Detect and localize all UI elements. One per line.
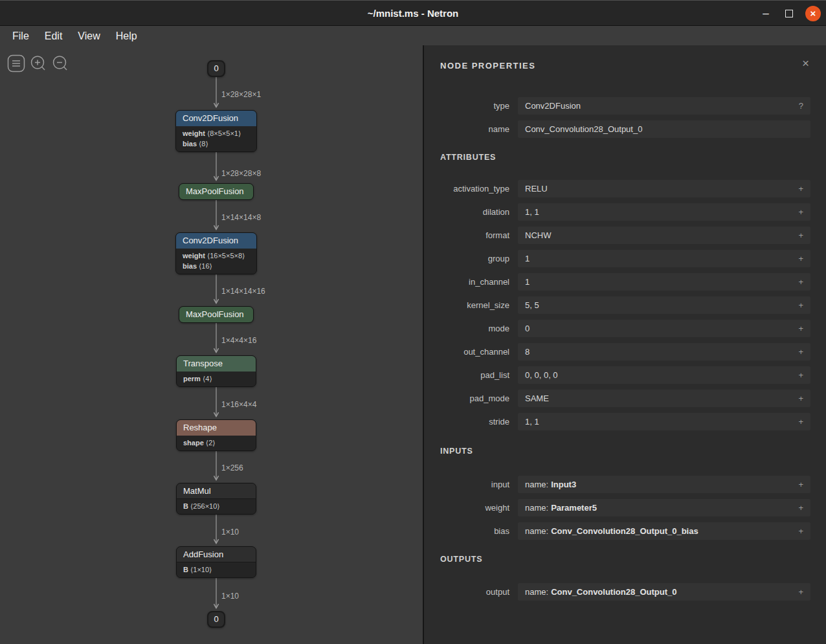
expand-plus-icon[interactable]: + [793,370,803,380]
attribute-row: stride 1, 1 + [424,413,810,430]
attribute-value-field[interactable]: SAME + [518,390,810,407]
expand-plus-icon[interactable]: + [793,503,803,513]
zoom-out-button[interactable] [51,54,69,72]
property-label: type [424,101,518,111]
expand-plus-icon[interactable]: + [793,230,803,240]
input-label: bias [424,526,518,536]
expand-plus-icon[interactable]: + [793,207,803,217]
graph-node-reshape[interactable]: Reshape shape ⟨2⟩ [176,419,256,451]
graph-canvas[interactable]: 0 Conv2DFusion weight ⟨8×5×5×1⟩ bias ⟨8⟩… [0,45,423,644]
graph-node-transpose[interactable]: Transpose perm ⟨4⟩ [176,355,256,387]
attribute-row: pad_mode SAME + [424,390,810,407]
node-body: weight ⟨8×5×5×1⟩ bias ⟨8⟩ [176,126,256,151]
graph-node-conv2dfusion-2[interactable]: Conv2DFusion weight ⟨16×5×5×8⟩ bias ⟨16⟩ [175,232,257,274]
attribute-label: kernel_size [424,300,518,310]
expand-plus-icon[interactable]: + [793,347,803,357]
field-value: Conv_Convolution28_Output_0_bias [551,526,698,536]
graph-node-maxpoolfusion-2[interactable]: MaxPoolFusion [179,306,254,323]
output-label: output [424,587,518,597]
input-value-field[interactable]: name: Conv_Convolution28_Output_0_bias + [518,522,810,540]
graph-node-matmul[interactable]: MatMul B ⟨256×10⟩ [176,483,256,515]
graph-node-addfusion[interactable]: AddFusion B ⟨1×10⟩ [176,546,256,578]
attr-value: ⟨4⟩ [203,375,212,383]
expand-plus-icon[interactable]: + [793,277,803,287]
attribute-label: out_channel [424,347,518,357]
node-body: weight ⟨16×5×5×8⟩ bias ⟨16⟩ [176,249,256,274]
attribute-value-field[interactable]: 8 + [518,343,810,361]
input-value-field[interactable]: name: Parameter5 + [518,499,810,516]
expand-plus-icon[interactable]: + [793,300,803,310]
name-prefix: name: [525,587,548,597]
attribute-value-field[interactable]: 0 + [518,320,810,337]
graph-node-input[interactable]: 0 [207,60,225,77]
close-button[interactable]: × [805,6,821,21]
expand-plus-icon[interactable]: + [793,184,803,194]
edge-shape-label: 1×28×28×8 [221,169,261,178]
attribute-value-field[interactable]: RELU + [518,180,810,197]
zoom-in-button[interactable] [29,54,47,72]
attribute-value-field[interactable]: 1 + [518,273,810,291]
zoom-in-icon [29,54,47,72]
menu-edit[interactable]: Edit [38,29,70,43]
expand-plus-icon[interactable]: + [793,394,803,403]
close-panel-icon[interactable]: × [802,57,809,69]
field-value: 1, 1 [525,417,539,427]
graph-node-maxpoolfusion-1[interactable]: MaxPoolFusion [179,183,254,200]
output-value-field[interactable]: name: Conv_Convolution28_Output_0 + [518,583,810,601]
attribute-label: activation_type [424,184,518,194]
expand-plus-icon[interactable]: + [793,587,803,597]
menu-help[interactable]: Help [109,29,144,43]
graph-node-conv2dfusion-1[interactable]: Conv2DFusion weight ⟨8×5×5×1⟩ bias ⟨8⟩ [175,110,257,152]
expand-plus-icon[interactable]: + [793,417,803,427]
menu-file[interactable]: File [5,29,36,43]
name-prefix: name: [525,503,548,513]
input-label: input [424,480,518,489]
expand-plus-icon[interactable]: + [793,254,803,263]
node-attr: weight ⟨8×5×5×1⟩ [176,128,256,139]
menu-view[interactable]: View [71,29,107,43]
input-value-field[interactable]: name: Input3 + [518,476,810,493]
field-value: Conv_Convolution28_Output_0 [525,124,642,134]
attribute-value-field[interactable]: 5, 5 + [518,296,810,314]
node-attr: B ⟨256×10⟩ [177,501,256,511]
attribute-row: format NCHW + [424,227,810,244]
titlebar: ~/mnist.ms - Netron – × [0,0,826,26]
attribute-value-field[interactable]: 0, 0, 0, 0 + [518,366,810,384]
expand-plus-icon[interactable]: + [793,526,803,536]
attribute-row: activation_type RELU + [424,180,810,197]
expand-plus-icon[interactable]: + [793,324,803,333]
output-row: output name: Conv_Convolution28_Output_0… [424,583,810,601]
node-properties-panel: NODE PROPERTIES × type Conv2DFusion ? na… [423,45,826,644]
attribute-value-field[interactable]: 1 + [518,250,810,267]
graph-node-output[interactable]: 0 [207,611,225,628]
property-row-type: type Conv2DFusion ? [424,97,810,115]
node-header: MaxPoolFusion [179,307,253,322]
netron-window: ~/mnist.ms - Netron – × File Edit View H… [0,0,826,644]
input-label: weight [424,503,518,513]
name-value-field[interactable]: Conv_Convolution28_Output_0 [518,120,810,138]
attr-key: bias [183,262,197,270]
attribute-value-field[interactable]: NCHW + [518,227,810,244]
node-header: MatMul [177,483,256,499]
node-attr: weight ⟨16×5×5×8⟩ [176,250,256,261]
attribute-value-field[interactable]: 1, 1 + [518,203,810,221]
attribute-label: format [424,230,518,240]
node-header: MaxPoolFusion [179,184,253,199]
zoom-out-icon [51,54,69,72]
field-value: 8 [525,347,530,357]
node-title: 0 [214,614,218,624]
type-value-field[interactable]: Conv2DFusion ? [518,97,810,115]
edge-shape-label: 1×28×28×1 [221,90,261,99]
sidebar-toggle-button[interactable] [7,54,25,72]
expand-plus-icon[interactable]: + [793,480,803,489]
name-prefix: name: [525,480,548,489]
edge-shape-label: 1×10 [221,592,239,601]
attribute-value-field[interactable]: 1, 1 + [518,413,810,430]
attr-key: weight [183,129,205,137]
minimize-button[interactable]: – [759,1,773,27]
maximize-button[interactable] [782,1,796,27]
attr-key: B [183,566,188,573]
type-help-icon[interactable]: ? [794,101,803,111]
attr-key: weight [183,252,205,260]
attribute-label: mode [424,324,518,333]
